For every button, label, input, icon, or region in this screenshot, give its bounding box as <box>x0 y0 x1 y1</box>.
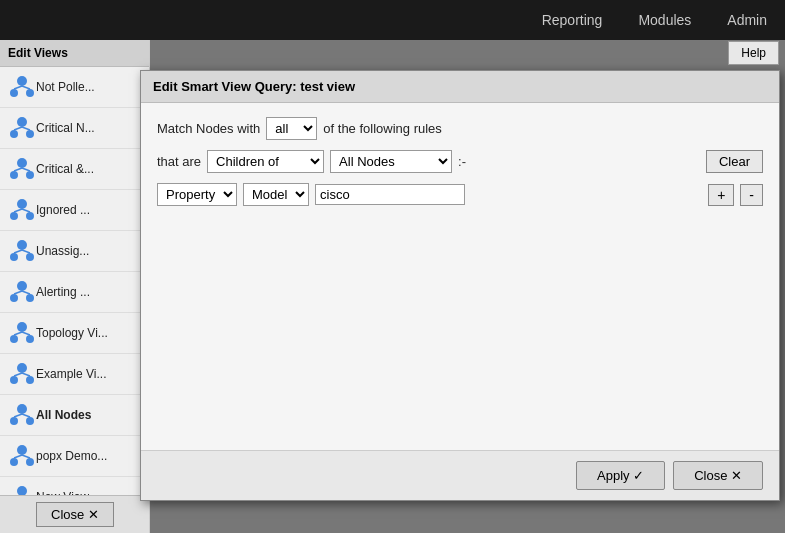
svg-point-2 <box>26 89 34 97</box>
svg-line-9 <box>22 127 30 130</box>
sidebar-item-ignored[interactable]: Ignored ... <box>0 190 149 231</box>
semicolon-label: :- <box>458 154 466 169</box>
nav-admin[interactable]: Admin <box>709 0 785 40</box>
svg-point-7 <box>26 130 34 138</box>
svg-line-13 <box>14 168 22 171</box>
match-nodes-row: Match Nodes with all any of the followin… <box>157 117 763 140</box>
modal-dialog: Help Edit Smart View Query: test view Ma… <box>140 70 780 501</box>
svg-point-22 <box>26 253 34 261</box>
sidebar-item-all-nodes[interactable]: All Nodes <box>0 395 149 436</box>
svg-line-28 <box>14 291 22 294</box>
svg-line-18 <box>14 209 22 212</box>
svg-point-26 <box>10 294 18 302</box>
svg-line-38 <box>14 373 22 376</box>
clear-button[interactable]: Clear <box>706 150 763 173</box>
node-icon <box>8 237 36 265</box>
sidebar-item-critical-and[interactable]: Critical &... <box>0 149 149 190</box>
add-rule-button[interactable]: + <box>708 184 734 206</box>
node-icon <box>8 155 36 183</box>
sidebar-label-alerting: Alerting ... <box>36 285 90 299</box>
svg-point-12 <box>26 171 34 179</box>
sidebar-label-all-nodes: All Nodes <box>36 408 91 422</box>
condition-row: that are Children of Not Children of All… <box>157 150 763 173</box>
svg-point-11 <box>10 171 18 179</box>
apply-button[interactable]: Apply ✓ <box>576 461 665 490</box>
sidebar-item-not-polled[interactable]: Not Polle... <box>0 67 149 108</box>
that-are-label: that are <box>157 154 201 169</box>
svg-line-3 <box>14 86 22 89</box>
svg-point-15 <box>17 199 27 209</box>
node-icon <box>8 196 36 224</box>
svg-line-44 <box>22 414 30 417</box>
svg-point-0 <box>17 76 27 86</box>
sidebar-header: Edit Views <box>0 40 149 67</box>
sidebar-label-critical-n: Critical N... <box>36 121 95 135</box>
svg-point-31 <box>10 335 18 343</box>
sidebar-label-topology-view: Topology Vi... <box>36 326 108 340</box>
svg-point-27 <box>26 294 34 302</box>
main-area: Edit Views Not Polle... Critical N... <box>0 40 785 533</box>
sidebar-label-example-view: Example Vi... <box>36 367 106 381</box>
svg-line-33 <box>14 332 22 335</box>
svg-line-4 <box>22 86 30 89</box>
close-button[interactable]: Close ✕ <box>673 461 763 490</box>
svg-point-25 <box>17 281 27 291</box>
node-icon <box>8 319 36 347</box>
sidebar-item-unassigned[interactable]: Unassig... <box>0 231 149 272</box>
svg-line-8 <box>14 127 22 130</box>
svg-point-20 <box>17 240 27 250</box>
node-icon <box>8 442 36 470</box>
svg-line-39 <box>22 373 30 376</box>
svg-line-23 <box>14 250 22 253</box>
match-label: Match Nodes with <box>157 121 260 136</box>
sidebar-label-critical-and: Critical &... <box>36 162 94 176</box>
sidebar-item-example-view[interactable]: Example Vi... <box>0 354 149 395</box>
children-of-select[interactable]: Children of Not Children of <box>207 150 324 173</box>
match-select[interactable]: all any <box>266 117 317 140</box>
svg-point-46 <box>10 458 18 466</box>
sidebar-item-alerting[interactable]: Alerting ... <box>0 272 149 313</box>
svg-point-45 <box>17 445 27 455</box>
sidebar-label-unassigned: Unassig... <box>36 244 89 258</box>
node-icon <box>8 401 36 429</box>
property-select[interactable]: Property Tag Status <box>157 183 237 206</box>
sidebar-label-not-polled: Not Polle... <box>36 80 95 94</box>
help-button[interactable]: Help <box>728 41 779 65</box>
model-select[interactable]: Model Name IP Type <box>243 183 309 206</box>
value-input[interactable] <box>315 184 465 205</box>
svg-line-48 <box>14 455 22 458</box>
node-icon <box>8 278 36 306</box>
sidebar-close-area: Close ✕ <box>0 495 150 533</box>
sidebar-item-critical-n[interactable]: Critical N... <box>0 108 149 149</box>
svg-point-17 <box>26 212 34 220</box>
svg-point-40 <box>17 404 27 414</box>
remove-rule-button[interactable]: - <box>740 184 763 206</box>
sidebar: Edit Views Not Polle... Critical N... <box>0 40 150 533</box>
sidebar-label-ignored: Ignored ... <box>36 203 90 217</box>
svg-point-35 <box>17 363 27 373</box>
nav-modules[interactable]: Modules <box>620 0 709 40</box>
svg-line-29 <box>22 291 30 294</box>
svg-line-14 <box>22 168 30 171</box>
nav-reporting[interactable]: Reporting <box>524 0 621 40</box>
svg-point-37 <box>26 376 34 384</box>
svg-line-24 <box>22 250 30 253</box>
svg-point-1 <box>10 89 18 97</box>
all-nodes-select[interactable]: All Nodes Selected Nodes <box>330 150 452 173</box>
svg-point-16 <box>10 212 18 220</box>
modal-title: Edit Smart View Query: test view <box>153 79 355 94</box>
node-icon <box>8 73 36 101</box>
svg-line-34 <box>22 332 30 335</box>
sidebar-item-popx-demo[interactable]: popx Demo... <box>0 436 149 477</box>
svg-point-6 <box>10 130 18 138</box>
svg-point-32 <box>26 335 34 343</box>
svg-point-36 <box>10 376 18 384</box>
sidebar-item-topology-view[interactable]: Topology Vi... <box>0 313 149 354</box>
node-icon <box>8 114 36 142</box>
svg-point-42 <box>26 417 34 425</box>
svg-line-43 <box>14 414 22 417</box>
sidebar-close-button[interactable]: Close ✕ <box>36 502 114 527</box>
svg-point-47 <box>26 458 34 466</box>
of-following-rules-label: of the following rules <box>323 121 442 136</box>
svg-point-10 <box>17 158 27 168</box>
